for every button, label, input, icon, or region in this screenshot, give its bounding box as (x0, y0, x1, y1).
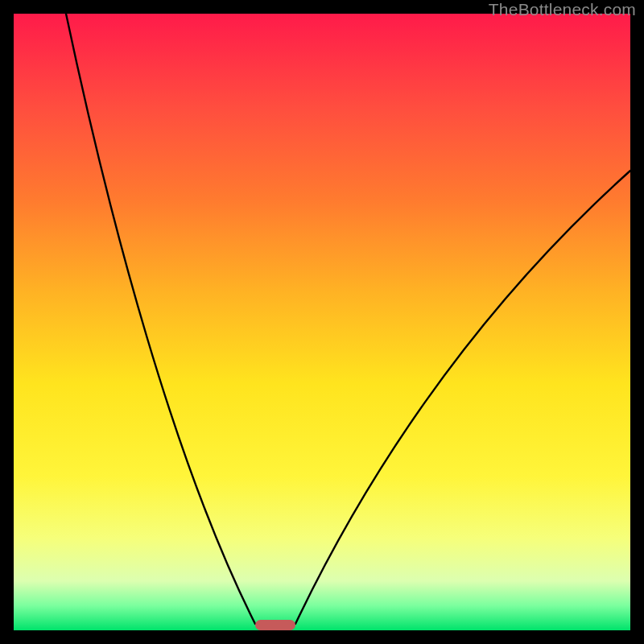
watermark-text: TheBottleneck.com (489, 0, 636, 19)
chart-area (14, 14, 630, 630)
curve-right-branch (295, 171, 630, 624)
curve-left-branch (66, 14, 255, 624)
optimum-marker (255, 620, 295, 630)
bottleneck-curve (14, 14, 630, 630)
